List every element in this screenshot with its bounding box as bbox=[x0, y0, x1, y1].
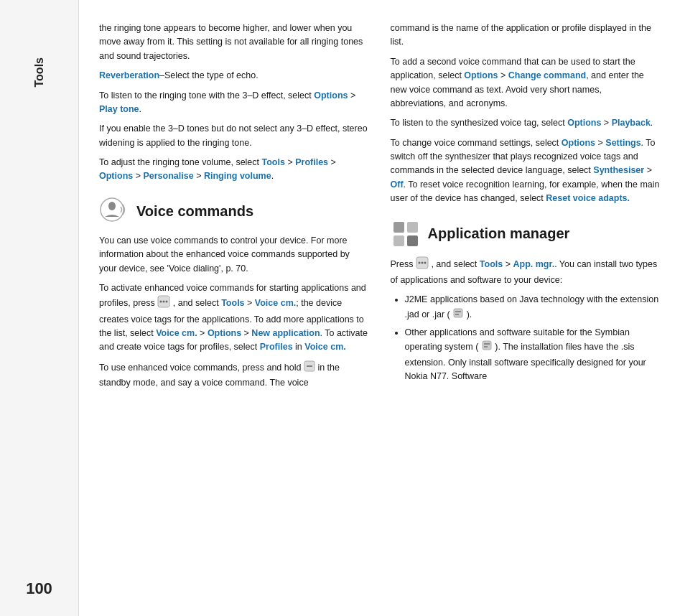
list-item-j2me: J2ME applications based on Java technolo… bbox=[405, 293, 661, 323]
svg-rect-11 bbox=[407, 235, 418, 246]
voice-settings-link[interactable]: Settings bbox=[605, 138, 641, 148]
app-types-list: J2ME applications based on Java technolo… bbox=[405, 293, 661, 383]
voice-newapp-link[interactable]: New application bbox=[251, 328, 320, 338]
svg-point-1 bbox=[108, 202, 116, 210]
voice-p3: To use enhanced voice commands, press an… bbox=[99, 360, 369, 391]
sidebar-label: Tools bbox=[33, 43, 46, 101]
reverberation-label: Reverberation bbox=[99, 70, 159, 80]
voice-continued-p: command is the name of the application o… bbox=[391, 22, 661, 50]
voice-listen-options-link[interactable]: Options bbox=[567, 118, 601, 128]
svg-point-15 bbox=[424, 261, 426, 263]
main-content: the ringing tone appears to become highe… bbox=[79, 0, 680, 616]
left-column: the ringing tone appears to become highe… bbox=[99, 22, 369, 602]
voice-off-link[interactable]: Off bbox=[391, 179, 404, 190]
voice-change-command-link[interactable]: Change command bbox=[508, 70, 586, 80]
svg-rect-16 bbox=[454, 309, 462, 317]
app-manager-header: Application manager bbox=[391, 219, 661, 249]
voice-p1: You can use voice commands to control yo… bbox=[99, 234, 369, 276]
voice-p2: To activate enhanced voice commands for … bbox=[99, 281, 369, 355]
adjust-personalise-link[interactable]: Personalise bbox=[143, 171, 193, 181]
svg-rect-9 bbox=[407, 222, 418, 233]
voice-second-p: To add a second voice command that can b… bbox=[391, 55, 661, 111]
voice-change-p: To change voice command settings, select… bbox=[391, 136, 661, 206]
voice-commands-header: Voice commands bbox=[99, 197, 369, 227]
svg-rect-18 bbox=[455, 314, 459, 315]
options-link-1[interactable]: Options bbox=[314, 90, 348, 101]
play-tone-paragraph: To listen to the ringing tone with the 3… bbox=[99, 89, 369, 117]
svg-point-4 bbox=[163, 301, 165, 303]
hold-button-icon bbox=[304, 360, 315, 372]
svg-rect-10 bbox=[393, 235, 404, 246]
voice-tools-link[interactable]: Tools bbox=[221, 299, 244, 309]
voice-voicecm3-link[interactable]: Voice cm. bbox=[304, 342, 345, 352]
reverberation-paragraph: Reverberation–Select the type of echo. bbox=[99, 69, 369, 83]
jar-file-icon bbox=[452, 307, 464, 319]
svg-rect-8 bbox=[393, 222, 404, 233]
adjust-options-link[interactable]: Options bbox=[99, 171, 133, 181]
svg-point-14 bbox=[421, 261, 423, 263]
right-column: command is the name of the application o… bbox=[391, 22, 661, 602]
app-manager-icon bbox=[391, 219, 421, 249]
svg-point-3 bbox=[160, 301, 162, 303]
play-tone-link[interactable]: Play tone bbox=[99, 104, 139, 114]
page-number: 100 bbox=[0, 579, 78, 616]
voice-options2-link[interactable]: Options bbox=[208, 328, 241, 338]
voice-voicecm2-link[interactable]: Voice cm. bbox=[156, 328, 197, 338]
voice-reset-link[interactable]: Reset voice adapts. bbox=[546, 193, 630, 203]
svg-rect-17 bbox=[455, 311, 461, 312]
menu-button-icon bbox=[157, 295, 170, 308]
voice-voicecm-link[interactable]: Voice cm. bbox=[255, 299, 296, 309]
voice-profiles-link[interactable]: Profiles bbox=[260, 342, 293, 352]
voice-playback-link[interactable]: Playback bbox=[612, 118, 651, 128]
appmgr-tools-link[interactable]: Tools bbox=[480, 259, 503, 269]
app-manager-title: Application manager bbox=[428, 225, 570, 242]
sidebar: Tools 100 bbox=[0, 0, 79, 616]
voice-change-options-link[interactable]: Options bbox=[562, 138, 595, 148]
adjust-ringing-link[interactable]: Ringing volume bbox=[204, 171, 271, 181]
voice-synthesiser-link[interactable]: Synthesiser bbox=[593, 165, 644, 175]
appmgr-link[interactable]: App. mgr. bbox=[513, 259, 554, 269]
threed-paragraph: If you enable the 3–D tones but do not s… bbox=[99, 122, 369, 150]
intro-paragraph: the ringing tone appears to become highe… bbox=[99, 22, 369, 63]
voice-listen-p: To listen to the synthesized voice tag, … bbox=[391, 116, 661, 130]
appmanager-p1: Press , and select Tools > App. mgr.. Yo… bbox=[391, 256, 661, 288]
voice-commands-title: Voice commands bbox=[136, 203, 253, 220]
list-item-symbian: Other applications and software suitable… bbox=[405, 326, 661, 384]
menu-button-icon-2 bbox=[416, 256, 429, 269]
adjust-paragraph: To adjust the ringing tone volume, selec… bbox=[99, 156, 369, 184]
adjust-profiles-link[interactable]: Profiles bbox=[295, 157, 328, 167]
svg-rect-21 bbox=[484, 346, 488, 347]
adjust-tools-link[interactable]: Tools bbox=[262, 157, 285, 167]
voice-commands-icon bbox=[99, 197, 129, 227]
svg-point-13 bbox=[418, 261, 420, 263]
voice-second-options-link[interactable]: Options bbox=[464, 70, 498, 80]
svg-rect-20 bbox=[484, 343, 490, 345]
sis-file-icon bbox=[481, 340, 493, 351]
svg-point-5 bbox=[166, 301, 168, 303]
svg-rect-19 bbox=[483, 341, 491, 350]
